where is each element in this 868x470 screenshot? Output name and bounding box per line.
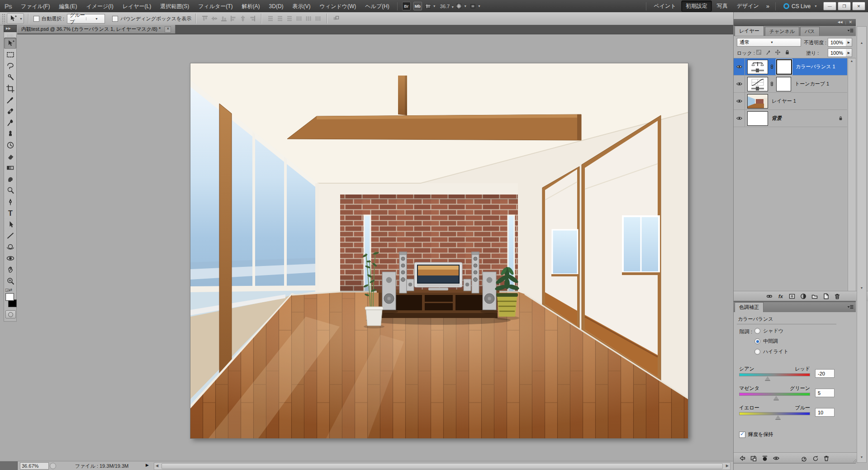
lock-all-icon[interactable] — [784, 49, 791, 56]
eraser-tool[interactable] — [4, 151, 16, 162]
menu-item-2[interactable]: 編集(E) — [54, 0, 81, 12]
layer-name[interactable]: 背景 — [772, 115, 782, 122]
foreground-color-swatch[interactable] — [5, 293, 14, 301]
view-previous-state-button[interactable] — [800, 455, 808, 462]
color-balance-value-field[interactable]: 10 — [815, 408, 835, 417]
arrange-documents-button[interactable]: ▼ — [455, 2, 467, 10]
menu-item-10[interactable]: ウィンドウ(W) — [315, 0, 361, 12]
options-bar-grip[interactable] — [2, 14, 5, 24]
close-button[interactable]: ✕ — [852, 2, 865, 10]
scroll-down-icon[interactable]: ▼ — [857, 286, 866, 290]
cs-live-button[interactable]: CS Live ▼ — [783, 3, 817, 9]
layer-row[interactable]: カラーバランス 1 — [734, 58, 847, 76]
menu-item-8[interactable]: 3D(D) — [265, 0, 288, 12]
quick-selection-tool[interactable] — [4, 71, 16, 83]
zoom-level-button[interactable]: 36.7▼ — [440, 4, 454, 9]
status-menu-arrow-icon[interactable]: ▶ — [146, 463, 149, 467]
dock-scrollbar[interactable]: ▲ ▼ ▼ — [857, 26, 867, 463]
align-right-edges-icon[interactable] — [248, 14, 256, 23]
layer-thumbnail[interactable] — [747, 60, 768, 74]
opacity-field[interactable]: 100% — [828, 38, 846, 47]
view-extras-button[interactable]: ▼ — [425, 2, 436, 10]
layer-name[interactable]: トーンカーブ 1 — [795, 81, 829, 87]
lock-transparent-pixels-icon[interactable] — [755, 49, 762, 56]
brush-tool[interactable] — [4, 117, 16, 128]
scroll-left-icon[interactable]: ◀ — [156, 464, 158, 468]
pen-tool[interactable] — [4, 196, 16, 207]
distribute-bottom-edges-icon[interactable] — [285, 14, 294, 23]
new-group-button[interactable] — [811, 293, 819, 300]
menu-item-1[interactable]: ファイル(F) — [16, 0, 54, 12]
layer-mask-thumbnail[interactable] — [776, 59, 792, 75]
move-tool[interactable] — [4, 38, 16, 49]
scroll-up-icon[interactable]: ▲ — [857, 41, 866, 44]
fill-field[interactable]: 100% — [828, 48, 846, 57]
blend-mode-dropdown[interactable]: 通常 ▼ — [737, 38, 801, 47]
menu-item-9[interactable]: 表示(V) — [288, 0, 315, 12]
menu-item-4[interactable]: レイヤー(L) — [118, 0, 156, 12]
clip-to-layer-button[interactable] — [761, 455, 769, 462]
status-zoom-field[interactable]: 36.67% — [20, 462, 49, 470]
align-left-edges-icon[interactable] — [229, 14, 237, 23]
distribute-right-edges-icon[interactable] — [313, 14, 322, 23]
quick-mask-mode-button[interactable] — [5, 310, 16, 318]
crop-tool[interactable] — [4, 83, 16, 94]
return-to-adjustment-list-button[interactable] — [738, 455, 746, 462]
zoom-tool[interactable] — [4, 275, 16, 286]
color-balance-slider-track[interactable] — [739, 412, 810, 415]
minimize-button[interactable]: — — [823, 2, 836, 10]
lasso-tool[interactable] — [4, 60, 16, 71]
link-layers-button[interactable] — [765, 293, 773, 300]
distribute-vertical-centers-icon[interactable] — [275, 14, 284, 23]
workspace-active[interactable]: 初期設定 — [681, 0, 712, 12]
color-balance-slider-thumb[interactable] — [773, 396, 779, 400]
tab-layers[interactable]: レイヤー — [735, 26, 764, 36]
layer-list-scrollbar[interactable]: ▲ — [848, 58, 855, 291]
color-balance-slider-thumb[interactable] — [765, 376, 770, 380]
mask-link-icon[interactable] — [769, 64, 775, 70]
document-tab[interactable]: 内観test.psd @ 36.7% (カラーバランス 1, レイヤーマスク/8… — [17, 25, 175, 33]
path-selection-tool[interactable] — [4, 218, 16, 230]
lock-image-pixels-icon[interactable] — [765, 49, 772, 56]
scroll-down-icon[interactable]: ▼ — [857, 456, 866, 459]
workspace-button[interactable]: ペイント — [650, 1, 680, 11]
delete-layer-button[interactable] — [833, 293, 841, 300]
restore-button[interactable]: ❐ — [838, 2, 851, 10]
layer-mask-thumbnail[interactable] — [776, 77, 791, 91]
smudge-tool[interactable] — [4, 173, 16, 185]
menu-item-7[interactable]: 解析(A) — [237, 0, 265, 12]
scroll-right-icon[interactable]: ▶ — [726, 464, 729, 468]
tone-radio-button[interactable] — [754, 328, 760, 334]
opacity-spinner-icon[interactable]: ▶ — [846, 38, 852, 47]
clone-stamp-tool[interactable] — [4, 128, 16, 139]
eyedropper-tool[interactable] — [4, 94, 16, 105]
menu-item-3[interactable]: イメージ(I) — [81, 0, 118, 12]
3d-camera-rotate-tool[interactable] — [4, 252, 16, 264]
tab-channels[interactable]: チャンネル — [765, 27, 799, 36]
rectangular-marquee-tool[interactable] — [4, 49, 16, 60]
align-top-edges-icon[interactable] — [200, 14, 209, 23]
layer-visibility-eye-icon[interactable] — [734, 76, 745, 92]
panel-menu-icon[interactable] — [846, 304, 854, 311]
tab-adjustments[interactable]: 色調補正 — [735, 302, 764, 312]
auto-select-scope-dropdown[interactable]: グループ ▼ — [67, 14, 105, 24]
horizontal-scrollbar[interactable]: ◀ ▶ — [154, 462, 730, 470]
layer-row[interactable]: 背景 — [734, 110, 847, 127]
layer-visibility-eye-icon[interactable] — [734, 58, 745, 75]
preserve-luminosity-checkbox[interactable] — [739, 432, 745, 438]
distribute-top-edges-icon[interactable] — [266, 14, 275, 23]
screen-mode-button[interactable]: ▼ — [470, 2, 481, 10]
tone-radio-selected[interactable] — [754, 338, 760, 344]
color-balance-slider-track[interactable] — [739, 393, 810, 396]
auto-select-checkbox[interactable] — [33, 16, 39, 22]
align-bottom-edges-icon[interactable] — [219, 14, 228, 23]
hand-tool[interactable] — [4, 264, 16, 275]
layer-thumbnail[interactable] — [747, 94, 768, 109]
align-horizontal-centers-icon[interactable] — [238, 14, 247, 23]
gradient-tool[interactable] — [4, 162, 16, 173]
tone-radio-button[interactable] — [754, 349, 760, 355]
mask-link-icon[interactable] — [769, 81, 775, 87]
align-vertical-centers-icon[interactable] — [210, 14, 218, 23]
reset-adjustment-button[interactable] — [811, 455, 819, 462]
toggle-layer-visibility-button[interactable] — [772, 455, 780, 462]
